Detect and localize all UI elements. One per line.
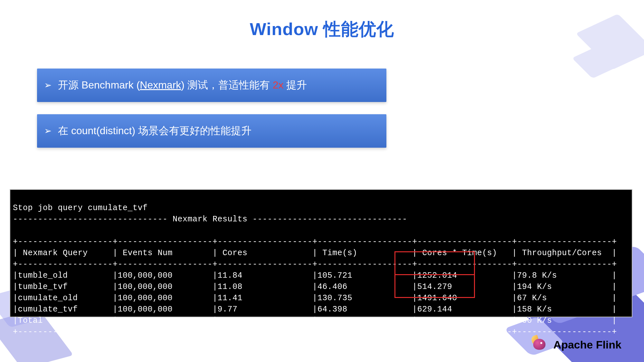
chevron-right-icon: ➢ bbox=[44, 126, 52, 135]
terminal-table-rule: +-------------------+-------------------… bbox=[13, 327, 617, 337]
bullet-text: 开源 Benchmark (Nexmark) 测试，普适性能有 2x 提升 bbox=[58, 78, 307, 92]
terminal-table-row: |cumulate_tvf |100,000,000 |9.77 |64.398… bbox=[13, 305, 617, 314]
chevron-right-icon: ➢ bbox=[44, 81, 52, 90]
terminal-table-rule: +-------------------+-------------------… bbox=[13, 260, 617, 269]
terminal-table-header: | Nexmark Query | Events Num | Cores | T… bbox=[13, 248, 617, 258]
nexmark-link[interactable]: Nexmark bbox=[140, 79, 181, 91]
slide-title: Window 性能优化 bbox=[0, 0, 644, 41]
bullet-text: 在 count(distinct) 场景会有更好的性能提升 bbox=[58, 124, 251, 138]
terminal-line: Stop job query cumulate_tvf bbox=[13, 203, 148, 213]
terminal-table-rule: +-------------------+-------------------… bbox=[13, 237, 617, 246]
terminal-line: ------------------------------- Nexmark … bbox=[13, 215, 407, 224]
highlight-2x: 2x bbox=[273, 79, 284, 91]
bullet-list: ➢ 开源 Benchmark (Nexmark) 测试，普适性能有 2x 提升 … bbox=[37, 69, 386, 148]
terminal-table-row: |cumulate_old |100,000,000 |11.41 |130.7… bbox=[13, 293, 617, 303]
bullet-text-segment: 开源 Benchmark ( bbox=[58, 79, 140, 91]
brand-footer: Apache Flink bbox=[531, 336, 621, 353]
bullet-count-distinct: ➢ 在 count(distinct) 场景会有更好的性能提升 bbox=[37, 114, 386, 148]
brand-label: Apache Flink bbox=[553, 339, 621, 351]
bullet-text-segment: ) 测试，普适性能有 bbox=[181, 79, 272, 91]
terminal-table-row: |tumble_tvf |100,000,000 |11.08 |46.406 … bbox=[13, 282, 617, 292]
terminal-table-row: |Total |400,000,000 |44.104 |347.260 |38… bbox=[13, 316, 617, 325]
bullet-benchmark: ➢ 开源 Benchmark (Nexmark) 测试，普适性能有 2x 提升 bbox=[37, 69, 386, 102]
flink-squirrel-icon bbox=[531, 336, 548, 353]
terminal-output: Stop job query cumulate_tvf ------------… bbox=[10, 189, 632, 317]
bullet-text-segment: 提升 bbox=[284, 79, 307, 91]
terminal-table-row: |tumble_old |100,000,000 |11.84 |105.721… bbox=[13, 271, 617, 280]
